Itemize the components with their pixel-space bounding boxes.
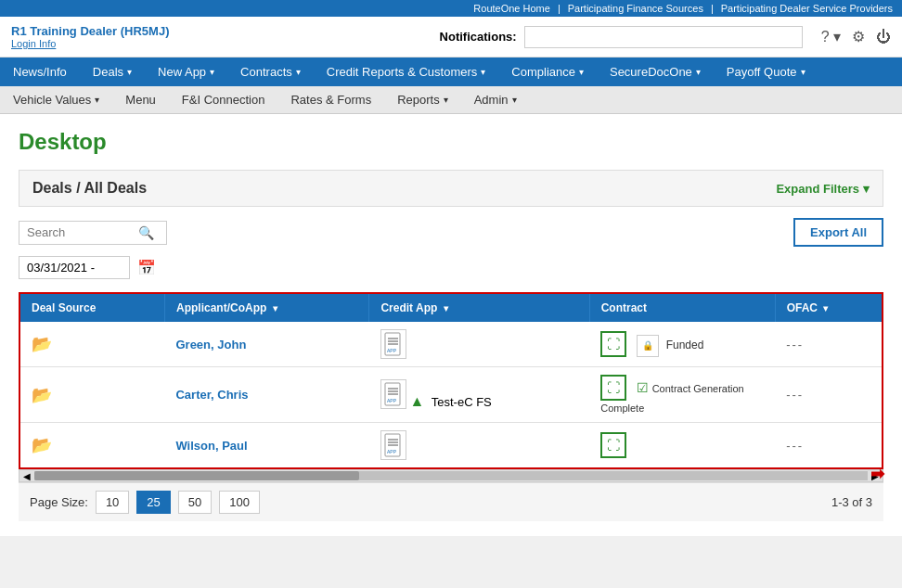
creditapp-sort-icon: ▾ (444, 303, 448, 313)
export-all-button[interactable]: Export All (793, 218, 883, 247)
applicant-cell: Carter, Chris (164, 367, 368, 423)
credit-app-doc-icon[interactable]: APP (380, 379, 406, 409)
applicant-sort-icon: ▾ (273, 303, 277, 313)
nav-payoff[interactable]: Payoff Quote ▾ (714, 58, 818, 86)
page-size-50[interactable]: 50 (178, 491, 212, 514)
page-size-10[interactable]: 10 (96, 491, 129, 514)
notifications-input[interactable] (524, 26, 803, 48)
routeone-home-link[interactable]: RouteOne Home (473, 3, 550, 14)
page-size-100[interactable]: 100 (219, 491, 260, 514)
credit-app-doc-icon[interactable]: APP (380, 430, 406, 460)
expand-filters-chevron: ▾ (863, 182, 870, 196)
header: R1 Training Dealer (HR5MJ) Login Info No… (0, 17, 902, 58)
ofac-dashes: --- (786, 338, 804, 352)
col-ofac[interactable]: OFAC ▾ (775, 293, 883, 322)
svg-text:APP: APP (387, 449, 397, 454)
scroll-thumb (34, 471, 359, 480)
deal-source-cell: 📂 (19, 423, 164, 469)
folder-icon[interactable]: 📂 (32, 436, 52, 454)
main-content: Desktop Deals / All Deals Expand Filters… (0, 114, 902, 536)
funded-lock-icon: 🔒 (637, 335, 659, 357)
nav-credit-reports[interactable]: Credit Reports & Customers ▾ (314, 58, 499, 86)
nav-menu[interactable]: Menu (112, 86, 169, 113)
ofac-cell: --- (775, 322, 883, 367)
applicant-name-link[interactable]: Carter, Chris (175, 388, 248, 402)
power-icon[interactable]: ⏻ (876, 29, 891, 45)
applicant-name-link[interactable]: Green, John (175, 338, 246, 352)
nav-deals[interactable]: Deals ▾ (80, 58, 145, 86)
header-left: R1 Training Dealer (HR5MJ) Login Info (11, 24, 440, 49)
scroll-track[interactable] (34, 471, 868, 480)
payoff-chevron: ▾ (801, 67, 805, 77)
page-size-25[interactable]: 25 (136, 491, 170, 514)
applicant-cell: Green, John (164, 322, 368, 367)
nav-rates-forms[interactable]: Rates & Forms (277, 86, 384, 113)
page-info: 1-3 of 3 (831, 495, 872, 509)
scroll-left-arrow[interactable]: ◀ (19, 471, 34, 481)
page-title: Desktop (19, 129, 883, 155)
reports-chevron: ▾ (444, 95, 448, 105)
search-box: 🔍 (19, 221, 167, 245)
search-export-row: 🔍 Export All (19, 218, 883, 247)
contract-status-funded: Funded (666, 339, 704, 352)
contract-expand-icon[interactable]: ⛶ (600, 375, 626, 401)
contracts-chevron: ▾ (296, 67, 301, 77)
expand-filters-button[interactable]: Expand Filters ▾ (776, 182, 870, 196)
nav-newsinfo[interactable]: News/Info (0, 58, 80, 86)
table-row: 📂 Green, John APP (19, 322, 883, 367)
contract-expand-icon[interactable]: ⛶ (600, 331, 626, 357)
nav-admin[interactable]: Admin ▾ (461, 86, 530, 113)
securedoc-chevron: ▾ (696, 67, 701, 77)
ofac-cell: --- (775, 423, 883, 469)
dealer-service-link[interactable]: Participating Dealer Service Providers (721, 3, 893, 14)
secondary-nav: Vehicle Values ▾ Menu F&I Connection Rat… (0, 86, 902, 114)
credit-app-doc-icon[interactable]: APP (380, 329, 406, 359)
deal-source-cell: 📂 (19, 367, 164, 423)
compliance-chevron: ▾ (579, 67, 584, 77)
pagination-row: Page Size: 10 25 50 100 1-3 of 3 (19, 482, 883, 521)
date-input[interactable] (19, 256, 130, 279)
scroll-right-arrow[interactable]: ▶ ➡ (868, 471, 883, 481)
credit-app-cell: APP (369, 423, 589, 469)
search-icon[interactable]: 🔍 (138, 225, 154, 240)
contract-cell: ⛶ 🔒 Funded (589, 322, 775, 367)
folder-icon[interactable]: 📂 (32, 335, 52, 353)
help-icon[interactable]: ? ▾ (821, 28, 841, 45)
svg-text:APP: APP (387, 398, 397, 403)
col-credit-app[interactable]: Credit App ▾ (369, 293, 589, 322)
nav-reports[interactable]: Reports ▾ (384, 86, 461, 113)
notifications-area: Notifications: (440, 26, 803, 48)
page-size-label: Page Size: (30, 495, 88, 509)
col-applicant[interactable]: Applicant/CoApp ▾ (164, 293, 368, 322)
page-size-area: Page Size: 10 25 50 100 (30, 491, 260, 514)
horizontal-scrollbar[interactable]: ◀ ▶ ➡ (19, 469, 883, 482)
contract-cell: ⛶ ☑ Contract Generation Complete (589, 367, 775, 423)
nav-fni[interactable]: F&I Connection (169, 86, 278, 113)
nav-newapp[interactable]: New App ▾ (145, 58, 227, 86)
vehicle-chevron: ▾ (95, 95, 99, 105)
notifications-label: Notifications: (440, 30, 517, 44)
finance-sources-link[interactable]: Participating Finance Sources (568, 3, 703, 14)
separator2: | (711, 3, 714, 14)
separator1: | (558, 3, 561, 14)
check-icon: ☑ (637, 380, 649, 395)
nav-contracts[interactable]: Contracts ▾ (227, 58, 314, 86)
credit-app-cell: APP (369, 322, 589, 367)
top-bar: RouteOne Home | Participating Finance So… (0, 0, 902, 17)
table-row: 📂 Wilson, Paul APP (19, 423, 883, 469)
calendar-icon[interactable]: 📅 (137, 259, 156, 276)
applicant-name-link[interactable]: Wilson, Paul (175, 439, 247, 453)
deals-table: Deal Source Applicant/CoApp ▾ Credit App… (19, 292, 883, 469)
col-contract: Contract (589, 293, 775, 322)
nav-securedocone[interactable]: SecureDocOne ▾ (597, 58, 714, 86)
folder-icon[interactable]: 📂 (32, 386, 52, 404)
contract-expand-icon[interactable]: ⛶ (600, 432, 626, 458)
newapp-chevron: ▾ (210, 67, 214, 77)
settings-icon[interactable]: ⚙ (852, 28, 865, 45)
contract-cell: ⛶ (589, 423, 775, 469)
login-info-link[interactable]: Login Info (11, 38, 440, 49)
col-deal-source: Deal Source (19, 293, 164, 322)
search-input[interactable] (27, 225, 138, 239)
nav-compliance[interactable]: Compliance ▾ (498, 58, 597, 86)
nav-vehicle-values[interactable]: Vehicle Values ▾ (0, 86, 112, 113)
